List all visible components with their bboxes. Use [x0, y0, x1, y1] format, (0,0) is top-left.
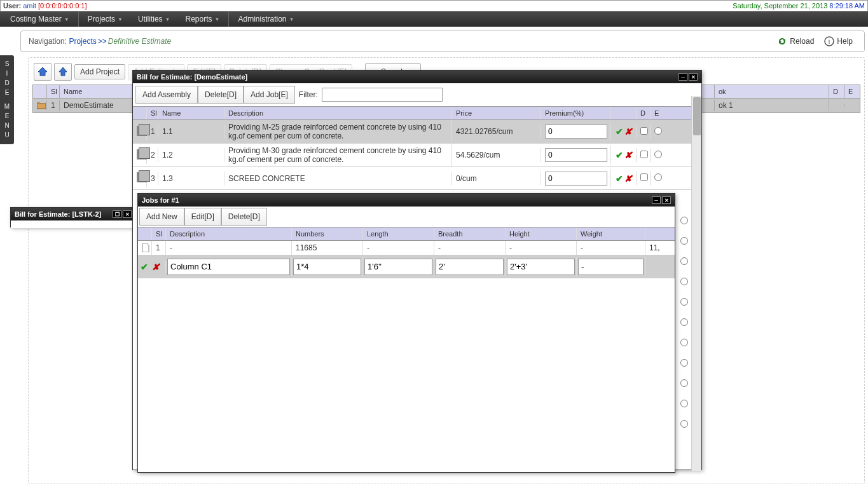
- d-checkbox[interactable]: [640, 173, 648, 181]
- e-radio[interactable]: [680, 217, 688, 224]
- jobs-grid: Sl Description Numbers Length Breadth He…: [138, 227, 675, 278]
- e-radio[interactable]: [680, 278, 688, 285]
- job-edit-row: ✔ ✘: [138, 255, 675, 278]
- reject-icon[interactable]: ✘: [151, 262, 160, 271]
- premium-input[interactable]: [545, 172, 607, 186]
- col-sl[interactable]: Sl: [47, 85, 60, 98]
- reload-button[interactable]: Reload: [773, 35, 818, 48]
- menu-utilities[interactable]: Utilities▼: [132, 11, 177, 27]
- weight-input[interactable]: [578, 259, 644, 275]
- modal-jobs-titlebar[interactable]: Jobs for #1 ─ ✕: [138, 194, 675, 207]
- bill-row[interactable]: 1 1.1 Providing M-25 grade reinforced ce…: [133, 120, 701, 144]
- user-bar: User: amit [0:0:0:0:0:0:0:1] Saturday, S…: [0, 0, 868, 11]
- breadcrumb-current: Definitive Estimate: [108, 37, 171, 46]
- jobs-edit-button[interactable]: Edit[D]: [184, 208, 221, 226]
- accept-icon[interactable]: ✔: [616, 151, 623, 159]
- home-button[interactable]: [34, 63, 52, 81]
- breadcrumb-sep: >>: [97, 37, 108, 46]
- copy-icon[interactable]: [137, 149, 147, 159]
- modal-jobs-title: Jobs for #1: [142, 196, 179, 204]
- jobs-toolbar: Add New Edit[D] Delete[D]: [138, 207, 675, 227]
- copy-icon[interactable]: [137, 126, 147, 136]
- col-e[interactable]: E: [844, 85, 860, 98]
- menu-costing-master[interactable]: Costing Master▼: [4, 11, 76, 27]
- e-radio[interactable]: [654, 173, 662, 181]
- modal-bill-title: Bill for Estimate: [DemoEstimate]: [137, 73, 247, 81]
- d-checkbox[interactable]: [640, 151, 648, 158]
- filter-input[interactable]: [322, 88, 443, 102]
- e-radio[interactable]: [680, 257, 688, 265]
- svg-text:i: i: [829, 37, 830, 45]
- reject-icon[interactable]: ✘: [624, 127, 632, 136]
- copy-icon[interactable]: [137, 172, 147, 182]
- menu-projects[interactable]: Projects▼: [81, 11, 129, 27]
- up-button[interactable]: [54, 63, 72, 81]
- bill-delete-button[interactable]: Delete[D]: [198, 86, 244, 104]
- e-radio[interactable]: [680, 237, 688, 245]
- user-ip: [0:0:0:0:0:0:0:1]: [38, 2, 86, 10]
- date-label: Saturday, September 21, 2013: [733, 2, 827, 10]
- username-link[interactable]: amit: [23, 2, 36, 10]
- e-radio[interactable]: [680, 400, 688, 407]
- bill-scrollbar[interactable]: [691, 96, 701, 471]
- bill-row[interactable]: 3 1.3 SCREED CONCRETE 0/cum ✔ ✘: [133, 167, 701, 190]
- minimize-button[interactable]: ─: [652, 196, 661, 204]
- modal-bill-titlebar[interactable]: Bill for Estimate: [DemoEstimate] ─ ✕: [133, 71, 701, 83]
- time-label: 8:29:18 AM: [829, 2, 865, 10]
- info-icon: i: [824, 36, 834, 46]
- e-radio[interactable]: [654, 127, 662, 135]
- minimize-button[interactable]: ─: [679, 73, 687, 81]
- premium-input[interactable]: [545, 125, 607, 139]
- e-radio[interactable]: [680, 379, 688, 387]
- length-input[interactable]: [364, 259, 432, 275]
- col-d[interactable]: D: [829, 85, 844, 98]
- desc-input[interactable]: [167, 259, 290, 275]
- menu-administration[interactable]: Administration▼: [231, 11, 300, 27]
- e-radio[interactable]: [680, 420, 688, 428]
- close-button[interactable]: ✕: [123, 210, 132, 218]
- jobs-add-new-button[interactable]: Add New: [139, 208, 184, 226]
- close-button[interactable]: ✕: [689, 73, 698, 81]
- e-radio[interactable]: [654, 151, 662, 158]
- accept-icon[interactable]: ✔: [616, 174, 623, 183]
- reject-icon[interactable]: ✘: [624, 151, 632, 159]
- e-radio[interactable]: [680, 298, 688, 306]
- accept-icon[interactable]: ✔: [140, 262, 149, 271]
- modal-lstk-titlebar[interactable]: Bill for Estimate: [LSTK-2] ❐ ✕: [11, 208, 135, 220]
- modal-lstk-title: Bill for Estimate: [LSTK-2]: [15, 210, 101, 218]
- bill-toolbar: Add Assembly Delete[D] Add Job[E] Filter…: [133, 83, 701, 106]
- reload-icon: [777, 36, 787, 46]
- folder-icon: [37, 102, 43, 109]
- e-radio[interactable]: [680, 359, 688, 367]
- reject-icon[interactable]: ✘: [624, 174, 632, 183]
- bill-grid: Sl Name Description Price Premium(%) D E…: [133, 106, 701, 190]
- add-job-button[interactable]: Add Job[E]: [244, 86, 295, 104]
- menu-reports[interactable]: Reports▼: [179, 11, 226, 27]
- close-button[interactable]: ✕: [662, 196, 671, 204]
- modal-jobs: Jobs for #1 ─ ✕ Add New Edit[D] Delete[D…: [137, 193, 675, 473]
- d-checkbox[interactable]: [640, 127, 648, 135]
- numbers-input[interactable]: [293, 259, 361, 275]
- height-input[interactable]: [507, 259, 575, 275]
- help-button[interactable]: i Help: [820, 35, 857, 48]
- accept-icon[interactable]: ✔: [616, 127, 623, 136]
- navigation-panel: Navigation: Projects >> Definitive Estim…: [20, 30, 865, 52]
- user-label: User:: [3, 2, 21, 10]
- col-book[interactable]: ok: [715, 85, 829, 98]
- e-radio[interactable]: [680, 339, 688, 346]
- modal-lstk: Bill for Estimate: [LSTK-2] ❐ ✕: [10, 207, 136, 227]
- job-row[interactable]: 1 - 11685 - - - - 11,: [138, 241, 675, 255]
- side-menu-tab[interactable]: S I D E M E N U: [0, 55, 14, 144]
- bill-row[interactable]: 2 1.2 Providing M-30 grade reinforced ce…: [133, 144, 701, 167]
- main-menu: Costing Master▼ Projects▼ Utilities▼ Rep…: [0, 11, 868, 27]
- add-project-button[interactable]: Add Project: [74, 64, 125, 79]
- add-assembly-button[interactable]: Add Assembly: [135, 86, 198, 104]
- filter-label: Filter:: [295, 86, 322, 103]
- breadcrumb-projects[interactable]: Projects: [69, 37, 96, 46]
- e-radio[interactable]: [680, 318, 688, 326]
- jobs-delete-button[interactable]: Delete[D]: [221, 208, 267, 226]
- breadth-input[interactable]: [436, 259, 504, 275]
- restore-button[interactable]: ❐: [113, 210, 121, 218]
- arrow-up-icon: [57, 66, 69, 78]
- premium-input[interactable]: [545, 148, 607, 162]
